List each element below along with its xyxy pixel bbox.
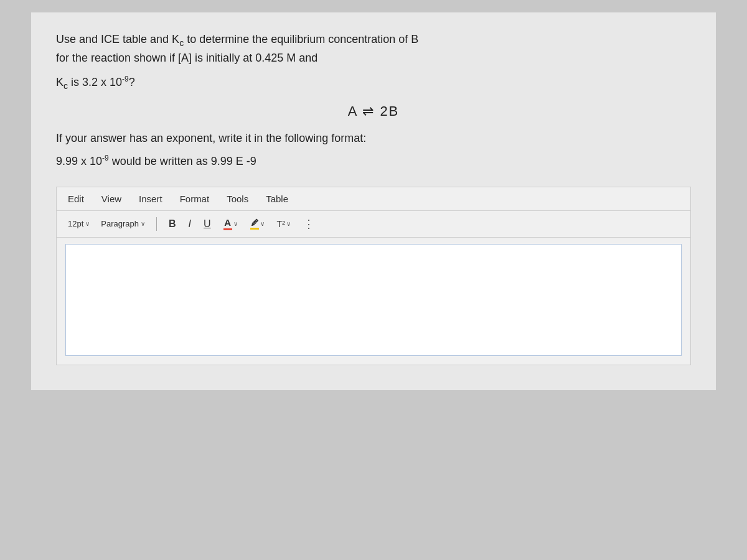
toolbar: 12pt ∨ Paragraph ∨ B I U A — [57, 211, 690, 238]
toolbar-divider-1 — [156, 217, 157, 231]
menu-format[interactable]: Format — [177, 192, 212, 205]
kc-line: Kc is 3.2 x 10-9? — [56, 75, 691, 91]
menu-view[interactable]: View — [99, 192, 124, 205]
superscript-chevron: ∨ — [286, 220, 291, 227]
highlight-chevron: ∨ — [260, 220, 265, 227]
highlight-icon: 🖉 — [250, 218, 259, 230]
menu-bar: Edit View Insert Format Tools Table — [57, 187, 690, 211]
menu-tools[interactable]: Tools — [224, 192, 251, 205]
menu-insert[interactable]: Insert — [136, 192, 165, 205]
question-block: Use and ICE table and Kc to determine th… — [56, 31, 691, 67]
font-size-chevron: ∨ — [85, 220, 90, 227]
font-size-select[interactable]: 12pt ∨ — [65, 218, 92, 230]
page-container: Use and ICE table and Kc to determine th… — [31, 12, 716, 390]
font-color-chevron: ∨ — [233, 220, 238, 227]
paragraph-chevron: ∨ — [141, 220, 145, 227]
highlight-button[interactable]: 🖉 ∨ — [247, 217, 268, 231]
format-instruction: If your answer has an exponent, write it… — [56, 132, 691, 145]
font-color-icon: A — [223, 217, 232, 230]
font-color-button[interactable]: A ∨ — [220, 216, 241, 231]
editor-wrapper: Edit View Insert Format Tools Table 12pt… — [56, 187, 691, 365]
paragraph-select[interactable]: Paragraph ∨ — [98, 218, 148, 230]
bold-button[interactable]: B — [166, 217, 179, 231]
reaction-equation: A ⇌ 2B — [56, 103, 691, 119]
italic-button[interactable]: I — [186, 217, 194, 231]
menu-edit[interactable]: Edit — [65, 192, 87, 205]
question-line2: for the reaction shown if [A] is initial… — [56, 52, 317, 64]
menu-table[interactable]: Table — [263, 192, 291, 205]
superscript-button[interactable]: T² ∨ — [274, 218, 294, 230]
text-area[interactable] — [65, 244, 682, 356]
underline-button[interactable]: U — [200, 217, 214, 231]
question-line1: Use and ICE table and Kc to determine th… — [56, 33, 418, 45]
more-options-button[interactable]: ⋮ — [300, 216, 318, 232]
example-line: 9.99 x 10-9 would be written as 9.99 E -… — [56, 154, 691, 168]
